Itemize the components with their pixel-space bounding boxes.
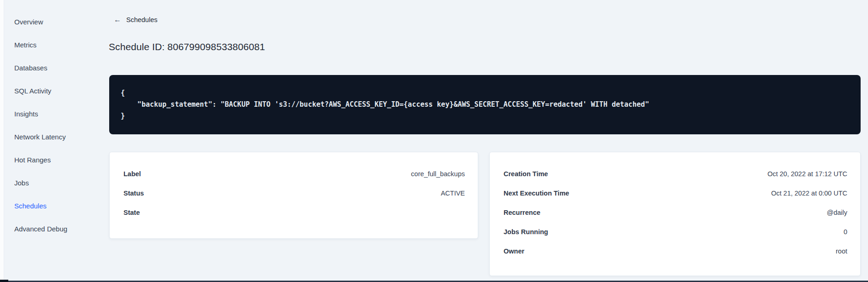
schedule-summary-card: Label core_full_backups Status ACTIVE St… bbox=[109, 152, 478, 239]
summary-row-label: Label core_full_backups bbox=[123, 164, 465, 184]
row-value: @daily bbox=[827, 209, 847, 216]
row-label: Recurrence bbox=[504, 209, 540, 216]
details-row-jobs-running: Jobs Running 0 bbox=[504, 222, 847, 242]
row-value: root bbox=[836, 247, 847, 255]
sidebar: Overview Metrics Databases SQL Activity … bbox=[0, 11, 88, 241]
sidebar-item-jobs[interactable]: Jobs bbox=[0, 172, 88, 195]
row-value: Oct 21, 2022 at 0:00 UTC bbox=[771, 190, 847, 197]
back-to-schedules-link[interactable]: ← Schedules bbox=[114, 16, 158, 24]
back-arrow-icon: ← bbox=[114, 16, 121, 24]
row-label: State bbox=[123, 209, 140, 216]
row-value: Oct 20, 2022 at 17:12 UTC bbox=[768, 170, 847, 178]
row-label: Label bbox=[123, 170, 141, 178]
row-value: core_full_backups bbox=[411, 170, 465, 178]
sidebar-item-advanced-debug[interactable]: Advanced Debug bbox=[0, 218, 88, 241]
sidebar-item-databases[interactable]: Databases bbox=[0, 57, 88, 80]
sidebar-item-overview[interactable]: Overview bbox=[0, 11, 88, 34]
sidebar-item-network-latency[interactable]: Network Latency bbox=[0, 126, 88, 149]
row-label: Creation Time bbox=[504, 170, 548, 178]
details-row-owner: Owner root bbox=[504, 242, 847, 261]
summary-row-status: Status ACTIVE bbox=[123, 184, 465, 203]
row-label: Owner bbox=[504, 247, 524, 255]
schedule-details-card: Creation Time Oct 20, 2022 at 17:12 UTC … bbox=[489, 152, 861, 276]
row-label: Jobs Running bbox=[504, 228, 548, 236]
sidebar-item-schedules[interactable]: Schedules bbox=[0, 195, 88, 218]
row-label: Status bbox=[123, 190, 144, 197]
page-title: Schedule ID: 806799098533806081 bbox=[109, 41, 265, 52]
back-link-label: Schedules bbox=[126, 16, 158, 23]
sidebar-item-sql-activity[interactable]: SQL Activity bbox=[0, 80, 88, 103]
code-line: { bbox=[121, 87, 849, 99]
code-line: "backup_statement": "BACKUP INTO 's3://b… bbox=[121, 99, 849, 110]
sidebar-item-hot-ranges[interactable]: Hot Ranges bbox=[0, 149, 88, 172]
row-value: ACTIVE bbox=[441, 190, 465, 197]
sidebar-item-insights[interactable]: Insights bbox=[0, 103, 88, 126]
summary-row-state: State bbox=[123, 203, 465, 222]
schedule-statement-code-block: { "backup_statement": "BACKUP INTO 's3:/… bbox=[109, 75, 861, 134]
main-content: ← Schedules Schedule ID: 806799098533806… bbox=[88, 0, 868, 282]
sidebar-item-metrics[interactable]: Metrics bbox=[0, 34, 88, 57]
details-row-recurrence: Recurrence @daily bbox=[504, 203, 847, 222]
details-row-next-execution-time: Next Execution Time Oct 21, 2022 at 0:00… bbox=[504, 184, 847, 203]
bottom-left-notch bbox=[0, 280, 8, 282]
details-row-creation-time: Creation Time Oct 20, 2022 at 17:12 UTC bbox=[504, 164, 847, 184]
code-line: } bbox=[121, 110, 849, 122]
row-label: Next Execution Time bbox=[504, 190, 569, 197]
row-value: 0 bbox=[844, 228, 847, 236]
